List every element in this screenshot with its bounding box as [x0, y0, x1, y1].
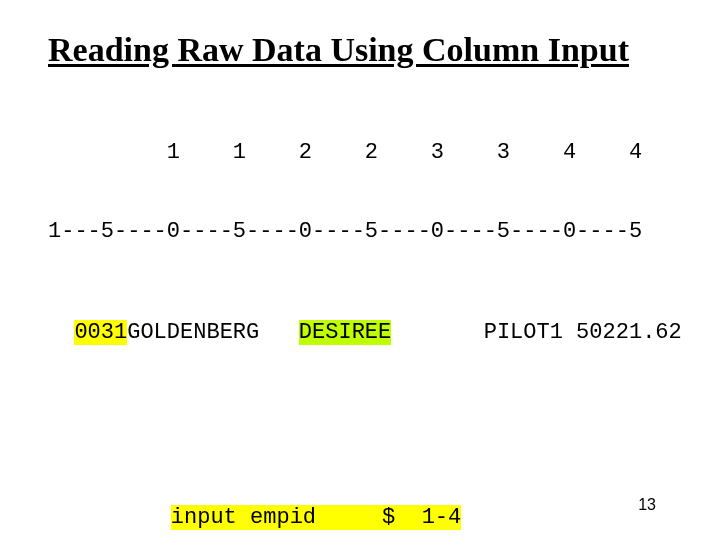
- input-statement-block: input empid $ 1-4 lastname $ 5-17 firstn…: [118, 387, 672, 540]
- remaining-fields: PILOT1 50221.62: [484, 320, 682, 345]
- ruler-tens-row: 1 1 2 2 3 3 4 4: [48, 140, 672, 166]
- lastname-value: GOLDENBERG: [127, 320, 299, 345]
- input-empid-line: input empid $ 1-4: [118, 461, 672, 540]
- input-empid-text: input empid $ 1-4: [171, 505, 461, 530]
- slide-title: Reading Raw Data Using Column Input: [48, 30, 672, 69]
- column-ruler: 1 1 2 2 3 3 4 4 1---5----0----5----0----…: [48, 87, 672, 272]
- raw-data-line: 0031GOLDENBERG DESIREE PILOT1 50221.62: [48, 294, 672, 347]
- page-number: 13: [638, 496, 656, 514]
- empid-value: 0031: [74, 320, 127, 345]
- firstname-value: DESIREE: [299, 320, 391, 345]
- ruler-units-row: 1---5----0----5----0----5----0----5----0…: [48, 219, 672, 245]
- data-gap: [391, 320, 483, 345]
